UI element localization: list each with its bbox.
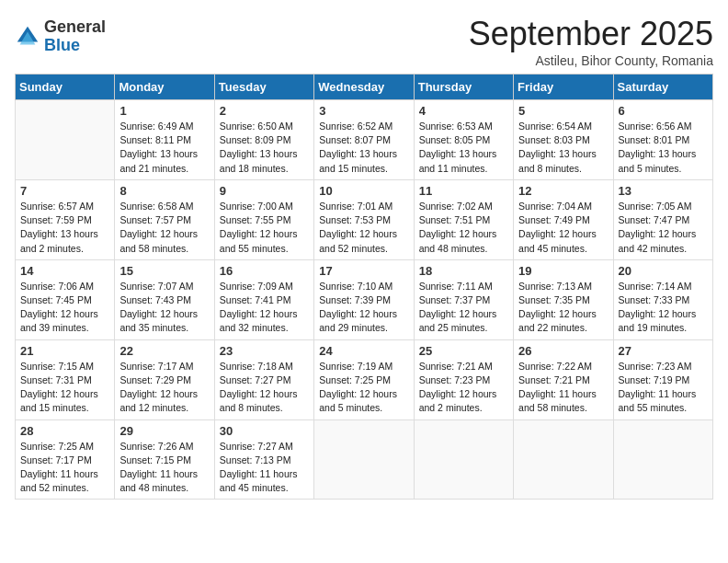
- logo-general: General: [44, 18, 106, 37]
- calendar-cell: 10Sunrise: 7:01 AM Sunset: 7:53 PM Dayli…: [314, 179, 414, 259]
- title-area: September 2025 Astileu, Bihor County, Ro…: [469, 15, 713, 68]
- month-title: September 2025: [469, 15, 713, 53]
- day-header-sunday: Sunday: [16, 75, 115, 100]
- calendar-cell: 28Sunrise: 7:25 AM Sunset: 7:17 PM Dayli…: [16, 419, 115, 500]
- calendar-cell: 6Sunrise: 6:56 AM Sunset: 8:01 PM Daylig…: [613, 100, 712, 180]
- day-header-thursday: Thursday: [414, 75, 513, 100]
- calendar-cell: 22Sunrise: 7:17 AM Sunset: 7:29 PM Dayli…: [115, 339, 214, 419]
- calendar-cell: 9Sunrise: 7:00 AM Sunset: 7:55 PM Daylig…: [214, 179, 313, 259]
- day-info: Sunrise: 6:53 AM Sunset: 8:05 PM Dayligh…: [419, 120, 508, 176]
- day-number: 2: [220, 104, 309, 118]
- week-row-5: 28Sunrise: 7:25 AM Sunset: 7:17 PM Dayli…: [16, 419, 713, 500]
- day-number: 5: [518, 104, 608, 118]
- calendar-cell: 8Sunrise: 6:58 AM Sunset: 7:57 PM Daylig…: [115, 179, 214, 259]
- calendar-cell: 21Sunrise: 7:15 AM Sunset: 7:31 PM Dayli…: [16, 339, 115, 419]
- day-number: 19: [518, 264, 608, 278]
- day-number: 6: [619, 104, 708, 118]
- day-info: Sunrise: 7:10 AM Sunset: 7:39 PM Dayligh…: [319, 280, 408, 336]
- day-info: Sunrise: 7:22 AM Sunset: 7:21 PM Dayligh…: [518, 360, 608, 416]
- week-row-4: 21Sunrise: 7:15 AM Sunset: 7:31 PM Dayli…: [16, 339, 713, 419]
- logo-icon: [15, 24, 40, 50]
- day-number: 15: [119, 264, 209, 278]
- day-info: Sunrise: 7:07 AM Sunset: 7:43 PM Dayligh…: [119, 280, 209, 336]
- day-info: Sunrise: 7:05 AM Sunset: 7:47 PM Dayligh…: [619, 200, 708, 256]
- day-info: Sunrise: 7:23 AM Sunset: 7:19 PM Dayligh…: [619, 360, 708, 416]
- week-row-2: 7Sunrise: 6:57 AM Sunset: 7:59 PM Daylig…: [16, 179, 713, 259]
- calendar-cell: [414, 419, 513, 500]
- calendar-cell: 29Sunrise: 7:26 AM Sunset: 7:15 PM Dayli…: [115, 419, 214, 500]
- calendar-cell: [16, 100, 115, 180]
- day-number: 1: [119, 104, 209, 118]
- day-number: 4: [419, 104, 508, 118]
- day-number: 28: [20, 424, 109, 438]
- day-number: 13: [619, 184, 708, 198]
- page-header: General Blue September 2025 Astileu, Bih…: [15, 15, 713, 68]
- day-number: 30: [220, 424, 309, 438]
- calendar-table: SundayMondayTuesdayWednesdayThursdayFrid…: [15, 74, 713, 500]
- logo-text: General Blue: [44, 18, 106, 55]
- week-row-1: 1Sunrise: 6:49 AM Sunset: 8:11 PM Daylig…: [16, 100, 713, 180]
- header-row: SundayMondayTuesdayWednesdayThursdayFrid…: [16, 75, 713, 100]
- day-number: 11: [419, 184, 508, 198]
- day-number: 29: [119, 424, 209, 438]
- day-number: 27: [619, 344, 708, 358]
- day-header-saturday: Saturday: [613, 75, 712, 100]
- calendar-cell: 14Sunrise: 7:06 AM Sunset: 7:45 PM Dayli…: [16, 259, 115, 339]
- calendar-cell: 20Sunrise: 7:14 AM Sunset: 7:33 PM Dayli…: [613, 259, 712, 339]
- day-number: 8: [119, 184, 209, 198]
- calendar-cell: 2Sunrise: 6:50 AM Sunset: 8:09 PM Daylig…: [214, 100, 313, 180]
- day-info: Sunrise: 6:57 AM Sunset: 7:59 PM Dayligh…: [20, 200, 109, 256]
- calendar-cell: 13Sunrise: 7:05 AM Sunset: 7:47 PM Dayli…: [613, 179, 712, 259]
- day-header-wednesday: Wednesday: [314, 75, 414, 100]
- calendar-cell: 1Sunrise: 6:49 AM Sunset: 8:11 PM Daylig…: [115, 100, 214, 180]
- day-info: Sunrise: 6:56 AM Sunset: 8:01 PM Dayligh…: [619, 120, 708, 176]
- day-info: Sunrise: 7:19 AM Sunset: 7:25 PM Dayligh…: [319, 360, 408, 416]
- calendar-cell: 25Sunrise: 7:21 AM Sunset: 7:23 PM Dayli…: [414, 339, 513, 419]
- day-info: Sunrise: 7:17 AM Sunset: 7:29 PM Dayligh…: [119, 360, 209, 416]
- day-number: 16: [220, 264, 309, 278]
- day-info: Sunrise: 6:58 AM Sunset: 7:57 PM Dayligh…: [119, 200, 209, 256]
- calendar-cell: 16Sunrise: 7:09 AM Sunset: 7:41 PM Dayli…: [214, 259, 313, 339]
- day-number: 7: [20, 184, 109, 198]
- day-number: 3: [319, 104, 408, 118]
- logo: General Blue: [15, 18, 106, 55]
- day-info: Sunrise: 6:50 AM Sunset: 8:09 PM Dayligh…: [220, 120, 309, 176]
- calendar-cell: 3Sunrise: 6:52 AM Sunset: 8:07 PM Daylig…: [314, 100, 414, 180]
- day-number: 14: [20, 264, 109, 278]
- day-info: Sunrise: 7:06 AM Sunset: 7:45 PM Dayligh…: [20, 280, 109, 336]
- day-info: Sunrise: 7:09 AM Sunset: 7:41 PM Dayligh…: [220, 280, 309, 336]
- calendar-cell: 4Sunrise: 6:53 AM Sunset: 8:05 PM Daylig…: [414, 100, 513, 180]
- day-number: 17: [319, 264, 408, 278]
- calendar-cell: [314, 419, 414, 500]
- calendar-cell: 30Sunrise: 7:27 AM Sunset: 7:13 PM Dayli…: [214, 419, 313, 500]
- day-header-tuesday: Tuesday: [214, 75, 313, 100]
- day-number: 12: [518, 184, 608, 198]
- location-subtitle: Astileu, Bihor County, Romania: [469, 53, 713, 68]
- calendar-body: 1Sunrise: 6:49 AM Sunset: 8:11 PM Daylig…: [16, 100, 713, 500]
- day-number: 21: [20, 344, 109, 358]
- calendar-cell: 23Sunrise: 7:18 AM Sunset: 7:27 PM Dayli…: [214, 339, 313, 419]
- calendar-cell: 17Sunrise: 7:10 AM Sunset: 7:39 PM Dayli…: [314, 259, 414, 339]
- day-number: 22: [119, 344, 209, 358]
- day-number: 24: [319, 344, 408, 358]
- day-number: 25: [419, 344, 508, 358]
- day-info: Sunrise: 7:18 AM Sunset: 7:27 PM Dayligh…: [220, 360, 309, 416]
- day-number: 10: [319, 184, 408, 198]
- day-number: 26: [518, 344, 608, 358]
- day-info: Sunrise: 7:14 AM Sunset: 7:33 PM Dayligh…: [619, 280, 708, 336]
- day-info: Sunrise: 7:26 AM Sunset: 7:15 PM Dayligh…: [119, 440, 209, 496]
- day-number: 9: [220, 184, 309, 198]
- calendar-cell: 15Sunrise: 7:07 AM Sunset: 7:43 PM Dayli…: [115, 259, 214, 339]
- day-info: Sunrise: 7:27 AM Sunset: 7:13 PM Dayligh…: [220, 440, 309, 496]
- calendar-cell: 26Sunrise: 7:22 AM Sunset: 7:21 PM Dayli…: [514, 339, 613, 419]
- calendar-cell: 24Sunrise: 7:19 AM Sunset: 7:25 PM Dayli…: [314, 339, 414, 419]
- day-info: Sunrise: 6:49 AM Sunset: 8:11 PM Dayligh…: [119, 120, 209, 176]
- day-info: Sunrise: 7:01 AM Sunset: 7:53 PM Dayligh…: [319, 200, 408, 256]
- week-row-3: 14Sunrise: 7:06 AM Sunset: 7:45 PM Dayli…: [16, 259, 713, 339]
- day-info: Sunrise: 7:25 AM Sunset: 7:17 PM Dayligh…: [20, 440, 109, 496]
- day-number: 23: [220, 344, 309, 358]
- calendar-cell: 12Sunrise: 7:04 AM Sunset: 7:49 PM Dayli…: [514, 179, 613, 259]
- day-info: Sunrise: 7:02 AM Sunset: 7:51 PM Dayligh…: [419, 200, 508, 256]
- day-info: Sunrise: 6:54 AM Sunset: 8:03 PM Dayligh…: [518, 120, 608, 176]
- day-info: Sunrise: 7:15 AM Sunset: 7:31 PM Dayligh…: [20, 360, 109, 416]
